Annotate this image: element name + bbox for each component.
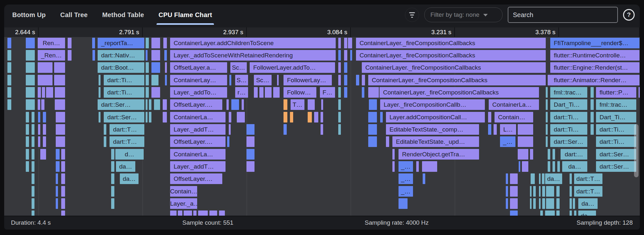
flame-bar[interactable] (56, 161, 60, 172)
flame-bar[interactable] (348, 38, 352, 48)
flame-bar[interactable] (111, 198, 114, 209)
flame-bar[interactable] (510, 186, 518, 197)
flame-bar[interactable] (32, 198, 34, 209)
flame-bar[interactable] (510, 173, 518, 184)
flame-bar[interactable] (26, 136, 29, 147)
flame-bar[interactable]: _… (399, 173, 413, 184)
flame-bar[interactable] (43, 112, 46, 122)
flame-bar[interactable] (639, 87, 640, 98)
flame-bar[interactable] (246, 149, 255, 160)
flame-bar[interactable] (26, 87, 35, 98)
flame-bar[interactable] (55, 87, 65, 98)
flame-bar[interactable] (26, 99, 35, 110)
flame-bar[interactable] (539, 198, 541, 209)
search-input[interactable] (508, 7, 618, 23)
flame-bar[interactable]: ContainerLa… (489, 99, 539, 110)
flame-bar[interactable]: dart::Ti… (596, 124, 636, 135)
flame-bar[interactable] (368, 124, 377, 135)
flame-bar[interactable] (32, 136, 34, 147)
flame-bar[interactable] (362, 75, 365, 85)
flame-bar[interactable]: dart::T… (110, 136, 144, 147)
flame-bar[interactable] (321, 124, 323, 135)
flame-bar[interactable] (42, 87, 45, 98)
flame-bar[interactable] (265, 87, 272, 98)
flame-bar[interactable]: L… (500, 124, 516, 135)
flame-bar[interactable] (386, 136, 389, 147)
flame-bar[interactable]: dart::Ti… (104, 87, 144, 98)
flame-bar[interactable]: ContainerLayer._fireCompositionCallbacks (356, 38, 546, 48)
flame-bar[interactable] (548, 149, 550, 160)
flame-bar[interactable] (531, 173, 535, 184)
flame-chart[interactable]: Ren…_reportTa…ContainerLayer.addChildren… (4, 37, 640, 216)
flame-bar[interactable] (40, 149, 46, 160)
filter-by-tag-dropdown[interactable]: Filter by tag: none (424, 7, 503, 22)
flame-bar[interactable] (344, 75, 347, 85)
flame-bar[interactable]: ContainerLayer.addChildrenToScene (170, 38, 336, 48)
flame-bar[interactable]: dart::Ser… (596, 161, 636, 172)
flame-bar[interactable]: dart::Ser… (596, 149, 636, 160)
flame-bar[interactable]: OffsetLayer.a… (170, 62, 227, 73)
flame-bar[interactable] (68, 50, 72, 61)
flame-bar[interactable] (32, 186, 34, 197)
flame-bar[interactable] (7, 50, 11, 61)
flame-bar[interactable] (56, 198, 58, 209)
flame-bar[interactable] (284, 124, 287, 135)
flame-bar[interactable] (92, 50, 95, 61)
vertical-scrollbar-thumb[interactable] (634, 124, 639, 177)
flame-bar[interactable]: Sc… (254, 75, 272, 85)
flame-bar[interactable] (494, 124, 497, 135)
flame-bar[interactable] (368, 136, 377, 147)
flame-bar[interactable] (338, 50, 341, 61)
flame-bar[interactable] (38, 87, 41, 98)
flame-bar[interactable] (38, 99, 40, 110)
flame-bar[interactable]: dart::Ser… (104, 112, 144, 122)
flame-bar[interactable] (539, 173, 541, 184)
flame-bar[interactable] (546, 186, 554, 197)
flame-bar[interactable] (546, 124, 548, 135)
flame-bar[interactable]: OffsetLayer.… (170, 136, 226, 147)
flame-bar[interactable]: _Ren… (38, 50, 65, 61)
flame-bar[interactable] (26, 62, 35, 73)
flame-bar[interactable] (591, 112, 594, 122)
flame-bar[interactable] (99, 87, 101, 98)
flame-bar[interactable]: dart:… (561, 149, 587, 160)
flame-bar[interactable] (591, 99, 594, 110)
flame-bar[interactable] (229, 112, 231, 122)
flame-bar[interactable]: dart::T… (574, 186, 602, 197)
flame-bar[interactable] (362, 87, 364, 98)
flame-bar[interactable] (553, 161, 555, 172)
flame-bar[interactable] (38, 75, 53, 85)
tab-method-table[interactable]: Method Table (102, 5, 144, 25)
flame-bar[interactable]: EditableTextState._comp… (386, 124, 479, 135)
flame-bar[interactable] (26, 149, 29, 160)
flame-bar[interactable] (368, 87, 379, 98)
flame-bar[interactable] (308, 112, 312, 122)
flame-bar[interactable]: dart::Ti… (550, 112, 587, 122)
flame-bar[interactable] (111, 149, 114, 160)
flame-bar[interactable] (237, 112, 245, 122)
flame-bar[interactable]: r… (235, 87, 248, 98)
flame-bar[interactable] (530, 186, 532, 197)
flame-bar[interactable]: flutter::P… (596, 87, 636, 98)
flame-bar[interactable]: dart::T… (574, 173, 602, 184)
flame-bar[interactable]: FollowerLayer.addTo… (250, 62, 335, 73)
flame-bar[interactable]: ContainerLayer._fireCompositionCallbacks (380, 87, 539, 98)
flame-bar[interactable]: F… (320, 87, 335, 98)
flame-bar[interactable]: ContainerLa… (170, 149, 226, 160)
flame-bar[interactable]: da… (545, 173, 562, 184)
flame-bar[interactable] (32, 161, 34, 172)
flame-bar[interactable]: flutter::Animator::Render… (550, 75, 639, 85)
flame-bar[interactable]: Layer._addToSceneWithRetainedRendering (170, 50, 336, 61)
flame-bar[interactable] (38, 62, 53, 73)
flame-bar[interactable] (546, 198, 554, 209)
flame-bar[interactable] (99, 75, 101, 85)
flame-bar[interactable]: T… (291, 99, 304, 110)
flame-bar[interactable]: Layer._addT… (170, 124, 226, 135)
flame-bar[interactable] (519, 161, 520, 172)
flame-bar[interactable] (229, 124, 231, 135)
flame-bar[interactable] (151, 50, 160, 61)
flame-bar[interactable] (338, 62, 341, 73)
flame-bar[interactable]: dart::Nativ… (98, 50, 144, 61)
flame-bar[interactable] (154, 99, 160, 110)
flame-bar[interactable] (369, 99, 377, 110)
